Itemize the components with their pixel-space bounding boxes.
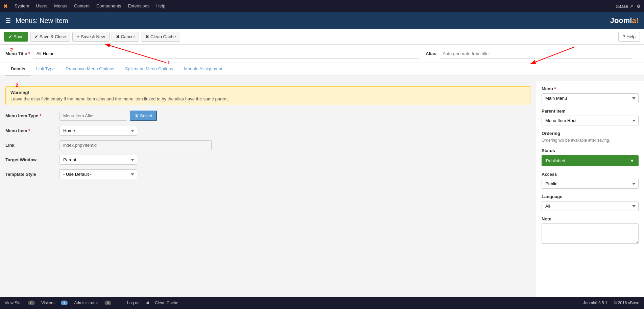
save-new-button[interactable]: + Save & New — [72, 32, 109, 42]
link-value — [59, 140, 530, 150]
save-close-button[interactable]: ✔ Save & Close — [30, 32, 71, 42]
menu-item-type-value: ⊞ Select — [59, 111, 530, 121]
target-window-value: Parent — [59, 155, 530, 165]
template-style-label: Template Style — [5, 172, 59, 177]
link-label: Link — [5, 143, 59, 148]
select-button[interactable]: ⊞ Select — [130, 111, 157, 121]
nav-components[interactable]: Components — [93, 0, 125, 12]
parent-item-select[interactable]: Menu Item Root — [542, 116, 639, 125]
tabs-bar: Details Link Type Dropdown Menu Options … — [0, 63, 644, 75]
nav-content[interactable]: Content — [71, 0, 93, 12]
nav-menus[interactable]: Menus — [51, 0, 71, 12]
access-field: Access Public — [542, 172, 639, 189]
target-window-label: Target Window — [5, 157, 59, 162]
menu-item-row: Menu Item * Home — [5, 126, 530, 136]
clean-cache-icon-footer: ✖ — [146, 301, 149, 305]
menu-title-input[interactable] — [33, 49, 421, 58]
ordering-note: Ordering will be available after saving. — [542, 138, 639, 143]
title-alias-row: Menu Title * Alias — [0, 45, 644, 63]
save-new-icon: + — [77, 34, 79, 39]
status-button[interactable]: Published ▼ — [542, 155, 639, 166]
clean-cache-link[interactable]: Clean Cache — [155, 301, 178, 305]
chevron-icon: ▼ — [630, 158, 634, 163]
access-label: Access — [542, 172, 639, 177]
tab-dropdown-menu-options[interactable]: Dropdown Menu Options — [60, 63, 120, 75]
nav-extensions[interactable]: Extensions — [125, 0, 153, 12]
menu-item-select[interactable]: Home — [59, 126, 137, 136]
left-panel: Warning! Leave the alias field empty if … — [0, 81, 536, 297]
joomla-logo-icon: ✖ — [3, 3, 8, 9]
menu-field: Menu * Main Menu — [542, 86, 639, 103]
save-close-icon: ✔ — [34, 34, 38, 39]
note-label: Note — [542, 216, 639, 221]
access-select[interactable]: Public — [542, 179, 639, 189]
nav-system[interactable]: System — [11, 0, 32, 12]
menu-item-label: Menu Item * — [5, 128, 59, 133]
menu-item-type-input[interactable] — [59, 111, 127, 121]
template-style-value: - Use Default - — [59, 169, 530, 179]
target-window-row: Target Window Parent — [5, 155, 530, 165]
note-input[interactable] — [542, 223, 639, 244]
tab-module-assignment[interactable]: Module Assignment — [178, 63, 228, 75]
language-select[interactable]: All — [542, 201, 639, 211]
language-label: Language — [542, 194, 639, 199]
nav-users[interactable]: Users — [32, 0, 51, 12]
alias-label: Alias — [426, 51, 436, 56]
logout-link[interactable]: Log out — [127, 301, 141, 305]
cancel-button[interactable]: ✖ Cancel — [112, 32, 139, 42]
alias-group: Alias — [426, 49, 633, 58]
ordering-field: Ordering Ordering will be available afte… — [542, 131, 639, 143]
warning-title: Warning! — [10, 90, 29, 95]
alias-input[interactable] — [439, 49, 633, 58]
top-user-link[interactable]: xBase ↗ — [616, 4, 633, 9]
parent-item-label: Parent Item — [542, 109, 639, 114]
status-label: Status — [542, 148, 639, 153]
top-navigation: ✖ System Users Menus Content Components … — [0, 0, 644, 12]
clean-cache-icon: ✖ — [145, 34, 149, 39]
joomla-brand: Joomla! — [610, 16, 639, 25]
menu-title-group: Menu Title * — [5, 49, 420, 58]
link-input[interactable] — [59, 140, 212, 150]
grid-icon: ⊞ — [135, 113, 138, 118]
warning-box: Warning! Leave the alias field empty if … — [5, 86, 530, 105]
admin-badge: 1 — [61, 301, 68, 305]
hamburger-icon[interactable]: ☰ — [5, 17, 11, 24]
view-site-link[interactable]: View Site — [5, 301, 22, 305]
tab-link-type[interactable]: Link Type — [31, 63, 60, 75]
footer: View Site 0 Visitors 1 Administrator 0 —… — [0, 297, 644, 309]
footer-separator: — — [118, 301, 122, 305]
clean-cache-button[interactable]: ✖ Clean Cache — [141, 32, 180, 42]
parent-item-field: Parent Item Menu Item Root — [542, 109, 639, 125]
menu-item-type-label: Menu Item Type * — [5, 113, 59, 118]
menu-select[interactable]: Main Menu — [542, 93, 639, 103]
cancel-icon: ✖ — [116, 34, 120, 39]
messages-badge: 0 — [104, 301, 111, 305]
ordering-label: Ordering — [542, 131, 639, 136]
visitors-label: Visitors — [41, 301, 54, 305]
link-row: Link — [5, 140, 530, 150]
target-window-select[interactable]: Parent — [59, 155, 137, 165]
toolbar: ✔ Save ✔ Save & Close + Save & New ✖ Can… — [0, 29, 644, 45]
menu-item-type-row: Menu Item Type * ⊞ Select — [5, 111, 530, 121]
menu-item-value: Home — [59, 126, 530, 136]
template-style-select[interactable]: - Use Default - — [59, 169, 137, 179]
tab-details[interactable]: Details — [5, 63, 31, 75]
gear-icon[interactable]: ⚙ — [637, 4, 641, 9]
content-area: Warning! Leave the alias field empty if … — [0, 81, 644, 297]
help-icon: ? — [623, 34, 625, 39]
language-field: Language All — [542, 194, 639, 211]
warning-text: Leave the alias field empty if the menu … — [10, 96, 525, 101]
admin-label: Administrator — [74, 301, 98, 305]
footer-version: Joomla! 3.5.1 — © 2016 xBase — [583, 301, 639, 305]
sub-header: ☰ Menus: New Item Joomla! — [0, 12, 644, 29]
nav-help[interactable]: Help — [153, 0, 169, 12]
tab-splitmenu-options[interactable]: Splitmenu Menu Options — [120, 63, 178, 75]
page-title: Menus: New Item — [16, 17, 610, 25]
template-style-row: Template Style - Use Default - — [5, 169, 530, 179]
right-panel: Menu * Main Menu Parent Item Menu Item R… — [536, 81, 644, 297]
help-button[interactable]: ? Help — [618, 32, 640, 42]
save-icon: ✔ — [8, 34, 12, 39]
save-button[interactable]: ✔ Save — [4, 32, 28, 42]
status-field: Status Published ▼ — [542, 148, 639, 166]
menu-title-label: Menu Title * — [5, 51, 30, 56]
